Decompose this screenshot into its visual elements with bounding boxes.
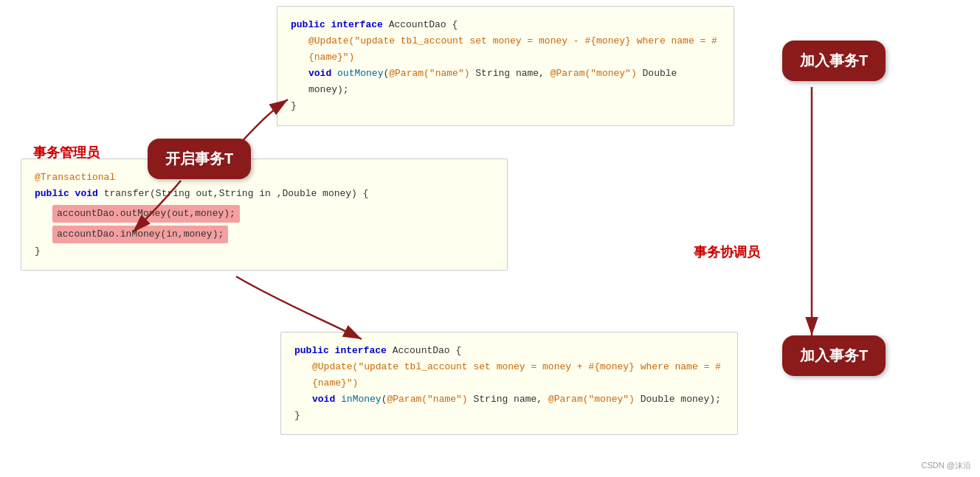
watermark: CSDN @沫沿 <box>922 460 971 471</box>
bot-line4: } <box>294 408 724 424</box>
badge-join-top-transaction: 加入事务T <box>782 41 886 81</box>
bot-code-box: public interface AccountDao { @Update("u… <box>280 332 738 435</box>
arrow-mid-to-bot <box>236 276 362 339</box>
badge-start-transaction: 开启事务T <box>148 139 251 179</box>
mid-line1: @Transactional <box>35 170 494 186</box>
top-code-box: public interface AccountDao { @Update("u… <box>277 6 734 126</box>
top-line2: @Update("update tbl_account set money = … <box>308 33 720 66</box>
label-transaction-coordinator: 事务协调员 <box>694 243 760 261</box>
bot-line1: public interface AccountDao { <box>294 343 724 359</box>
bot-line2: @Update("update tbl_account set money = … <box>312 359 724 391</box>
badge-join-bot-transaction: 加入事务T <box>782 335 886 376</box>
mid-line3: accountDao.outMoney(out,money); <box>52 205 494 223</box>
top-line3: void outMoney(@Param("name") String name… <box>308 66 720 98</box>
mid-line4: accountDao.inMoney(in,money); <box>52 226 494 243</box>
top-line1: public interface AccountDao { <box>291 17 720 33</box>
top-line4: } <box>291 98 720 114</box>
mid-line5: } <box>35 243 494 260</box>
bot-line3: void inMoney(@Param("name") String name,… <box>312 391 724 408</box>
label-transaction-manager: 事务管理员 <box>33 144 100 161</box>
mid-code-box: @Transactional public void transfer(Stri… <box>21 159 508 271</box>
mid-line2: public void transfer(String out,String i… <box>35 186 494 202</box>
